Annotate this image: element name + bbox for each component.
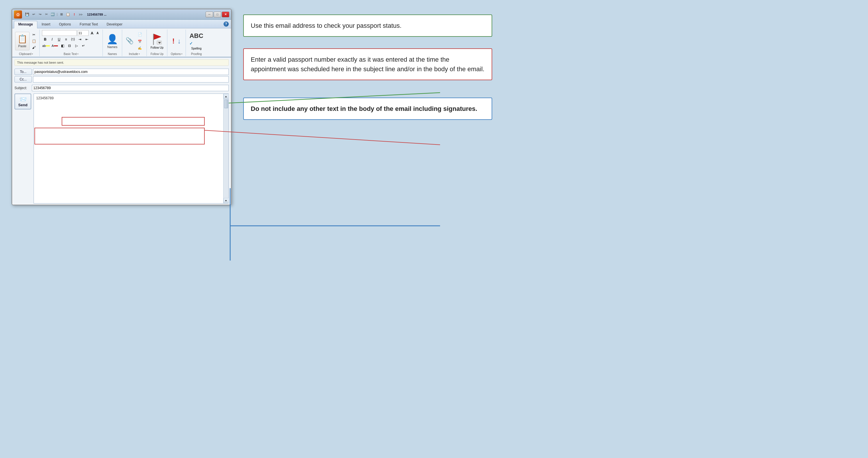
underline-button[interactable]: U (56, 36, 62, 42)
clipboard-group: 📋 Paste ✂ 📋 🖌 Clipboard ▾ (14, 30, 40, 56)
blue-annotation-box: Do not include any other text in the bod… (243, 97, 492, 120)
format-row: B I U ≡ ⑴ ⇥ ⇤ (42, 36, 90, 42)
email-form: This message has not been sent. To... Cc… (12, 57, 231, 205)
signature-icon: ✍ (138, 46, 142, 50)
names-icon: 👤 (106, 34, 118, 44)
font-color-btn[interactable]: A (51, 43, 59, 49)
high-priority-icon: ! (172, 37, 175, 45)
indent-decrease-btn[interactable]: ⇤ (84, 36, 90, 42)
options-expand-icon[interactable]: ▾ (181, 53, 182, 55)
undo-btn[interactable]: ↩ (31, 11, 36, 18)
body-area-wrapper: 123456789 ▲ ▼ (34, 93, 229, 204)
copy-button[interactable]: 📋 (31, 38, 37, 44)
attach-file-button[interactable]: 📎 (124, 36, 135, 46)
spelling-label: Spelling (191, 47, 202, 50)
send-button[interactable]: 📨 Send (14, 93, 31, 110)
rtl-btn[interactable]: ↵ (80, 43, 87, 49)
cut-button[interactable]: ✂ (31, 32, 37, 38)
basic-text-content: A A B I U ≡ ⑴ ⇥ ⇤ ab (42, 30, 100, 52)
bullets-button[interactable]: ≡ (63, 36, 69, 42)
tab-insert[interactable]: Insert (37, 21, 55, 28)
svg-marker-2 (153, 34, 161, 40)
scroll-down-button[interactable]: ▼ (223, 198, 229, 203)
attach-item-button[interactable]: 📄 (136, 31, 144, 38)
font-name-selector[interactable] (42, 30, 77, 36)
ribbon-tabs: Message Insert Options Format Text Devel… (12, 20, 231, 28)
scroll-thumb[interactable] (224, 100, 228, 108)
names-button[interactable]: 👤 Names (105, 32, 120, 50)
to-input[interactable] (33, 69, 229, 75)
quick-access-toolbar: 💾 ↩ ↪ ✂ 🔤 | ⊞ 📋 ! >> (24, 11, 84, 18)
help-icon[interactable]: ? (223, 22, 229, 27)
clipboard-label: Clipboard ▾ (19, 52, 33, 56)
highlight-color-btn[interactable]: ab (42, 43, 50, 49)
calendar-button[interactable]: 📅 (136, 39, 144, 44)
spelling-button[interactable]: ABC ✓ Spelling (188, 31, 205, 51)
cc-row: Cc... (14, 76, 229, 83)
paste-icon: 📋 (18, 34, 28, 44)
red-annotation-text: Enter a valid passport number exactly as… (251, 56, 485, 73)
insert-table-btn[interactable]: ⊞ (59, 11, 65, 18)
cc-input[interactable] (33, 76, 229, 83)
paste-button[interactable]: 📋 Paste (15, 32, 30, 50)
to-button[interactable]: To... (14, 69, 32, 75)
numbering-button[interactable]: ⑴ (70, 36, 76, 42)
follow-up-label: Follow Up (151, 46, 163, 49)
high-priority-button[interactable]: ! (172, 36, 176, 46)
outlook-window: O 💾 ↩ ↪ ✂ 🔤 | ⊞ 📋 ! >> 123456789 ... (11, 9, 231, 205)
not-sent-bar: This message has not been sent. (14, 59, 229, 66)
minimize-button[interactable]: ─ (206, 11, 213, 18)
decrease-font-btn[interactable]: A (95, 30, 100, 36)
italic-button[interactable]: I (49, 36, 55, 42)
color-row: ab A ◧ ⊟ ▷ ↵ (42, 43, 87, 49)
tab-developer[interactable]: Developer (102, 21, 127, 28)
subject-row: Subject: (12, 85, 231, 92)
more-btn[interactable]: >> (78, 11, 84, 18)
increase-font-btn[interactable]: A (90, 30, 95, 36)
clipboard-expand-icon[interactable]: ▾ (32, 53, 33, 55)
align-right-btn[interactable]: ▷ (73, 43, 80, 49)
cut-quick-btn[interactable]: ✂ (43, 11, 49, 18)
low-priority-button[interactable]: ↓ (177, 36, 182, 46)
title-bar: O 💾 ↩ ↪ ✂ 🔤 | ⊞ 📋 ! >> 123456789 ... (12, 9, 231, 20)
green-annotation-text: Use this email address to check your pas… (251, 22, 402, 29)
align-center-btn[interactable]: ⊟ (66, 43, 73, 49)
include-expand-icon[interactable]: ▾ (139, 53, 140, 55)
spellcheck-btn[interactable]: 🔤 (50, 11, 56, 18)
options-group-label: Options ▾ (171, 52, 182, 56)
names-label: Names (107, 45, 118, 49)
close-button[interactable]: ✕ (222, 11, 229, 18)
scroll-up-button[interactable]: ▲ (223, 94, 229, 99)
tab-options[interactable]: Options (55, 21, 75, 28)
proofing-content: ABC ✓ Spelling (188, 30, 205, 52)
spelling-abc-icon: ABC ✓ (189, 32, 203, 46)
align-left-btn[interactable]: ◧ (59, 43, 66, 49)
low-priority-icon: ↓ (178, 37, 181, 45)
signature-button[interactable]: ✍ (136, 45, 144, 51)
email-body[interactable]: 123456789 (34, 94, 223, 203)
format-painter-button[interactable]: 🖌 (31, 44, 37, 50)
save-quick-btn[interactable]: 💾 (24, 11, 30, 18)
maximize-button[interactable]: □ (214, 11, 221, 18)
bold-button[interactable]: B (42, 36, 48, 42)
cc-button[interactable]: Cc... (14, 76, 32, 83)
indent-increase-btn[interactable]: ⇥ (77, 36, 83, 42)
address-book-btn[interactable]: 📋 (65, 11, 71, 18)
redo-btn[interactable]: ↪ (37, 11, 43, 18)
font-size-selector[interactable] (78, 30, 89, 36)
urgent-btn[interactable]: ! (71, 11, 77, 18)
clipboard-content: 📋 Paste ✂ 📋 🖌 (15, 30, 37, 52)
window-controls: ─ □ ✕ (206, 11, 229, 18)
email-body-container: 123456789 ▲ ▼ (34, 93, 229, 204)
basic-text-group: A A B I U ≡ ⑴ ⇥ ⇤ ab (41, 30, 103, 56)
options-content: ! ↓ (172, 30, 182, 52)
names-group: 👤 Names Names (104, 30, 122, 56)
tab-message[interactable]: Message (14, 21, 37, 28)
svg-text:O: O (17, 12, 20, 17)
tab-format-text[interactable]: Format Text (75, 21, 102, 28)
follow-up-button[interactable]: Follow Up (149, 31, 165, 51)
send-label: Send (18, 103, 28, 107)
names-content: 👤 Names (105, 30, 120, 52)
basic-text-expand-icon[interactable]: ▾ (77, 53, 79, 55)
subject-input[interactable] (32, 85, 229, 91)
